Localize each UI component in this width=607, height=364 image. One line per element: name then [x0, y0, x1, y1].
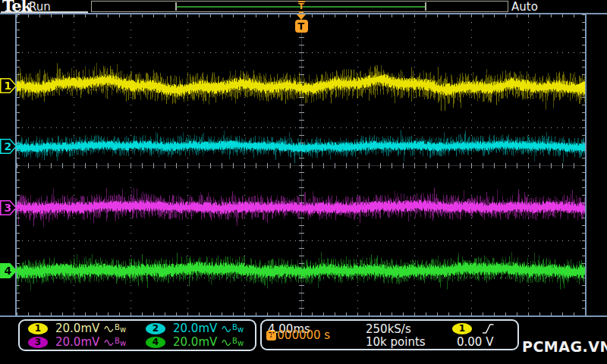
record-length: 10k points	[366, 335, 426, 349]
svg-text:1: 1	[5, 80, 12, 92]
channel-3-readout: 3 20.0mV Bw	[20, 336, 137, 349]
channel-3-badge: 3	[28, 337, 48, 348]
bandwidth-limit-icon: Bw	[232, 337, 244, 347]
trigger-level-value: 0.00 V	[457, 335, 493, 349]
channel-1-scale: 20.0mV	[55, 322, 101, 335]
channel-2-badge: 2	[146, 323, 165, 334]
channel-3-position-marker[interactable]: 3	[0, 200, 17, 215]
waveform-display	[17, 14, 585, 315]
channel-2-readout: 2 20.0mV Bw	[137, 322, 255, 335]
channel-2-position-marker[interactable]: 2	[0, 139, 17, 154]
rising-edge-slope-icon	[482, 323, 495, 334]
trigger-t-badge: T	[295, 20, 308, 33]
ac-coupling-icon	[222, 325, 231, 332]
channel-3-scale: 20.0mV	[55, 336, 101, 349]
graticule-frame-right	[585, 13, 587, 317]
trigger-source-badge: 1	[452, 323, 472, 334]
window-bracket-left	[175, 2, 177, 11]
bandwidth-limit-icon: Bw	[115, 337, 126, 347]
channel-4-position-marker[interactable]: 4	[0, 263, 17, 278]
svg-text:2: 2	[5, 140, 12, 152]
channel-4-badge: 4	[146, 337, 165, 348]
channel-readout-box: 1 20.0mV Bw 2 20.0mV Bw 3 20.0mV	[18, 319, 256, 351]
bandwidth-limit-icon: Bw	[115, 324, 126, 334]
channel-1-badge: 1	[28, 323, 48, 334]
window-bracket-right	[425, 2, 426, 11]
ac-coupling-icon	[104, 339, 114, 346]
channel-4-scale: 20.0mV	[173, 336, 219, 349]
record-view-bar: T	[91, 1, 508, 12]
triangle-down-icon	[297, 14, 306, 20]
ac-coupling-icon	[104, 325, 114, 332]
trigger-t-icon: T	[298, 1, 305, 11]
trigger-position-marker[interactable]: T	[294, 14, 309, 33]
trigger-mode-status: Auto	[511, 0, 538, 14]
svg-text:3: 3	[5, 202, 12, 214]
svg-text:4: 4	[5, 265, 12, 277]
watermark: PCMAG.VN	[522, 338, 607, 355]
timebase-readout-box: 4.00ms 250kS/s 1 T → ▼ 0.000000 s 10k po…	[260, 319, 519, 350]
trigger-level-marker[interactable]	[575, 81, 585, 90]
channel-1-position-marker[interactable]: 1	[0, 78, 17, 93]
oscilloscope-screen: Tek Run T Auto T 1 2 3 4	[0, 0, 607, 364]
channel-1-readout: 1 20.0mV Bw	[20, 322, 137, 335]
bandwidth-limit-icon: Bw	[232, 324, 244, 334]
graticule-frame-bottom	[0, 315, 607, 317]
trigger-position-value: 0.000000 s	[266, 328, 330, 342]
channel-4-readout: 4 20.0mV Bw	[137, 336, 255, 349]
sample-rate: 250kS/s	[366, 322, 411, 336]
channel-2-scale: 20.0mV	[173, 322, 219, 335]
ac-coupling-icon	[222, 339, 231, 346]
